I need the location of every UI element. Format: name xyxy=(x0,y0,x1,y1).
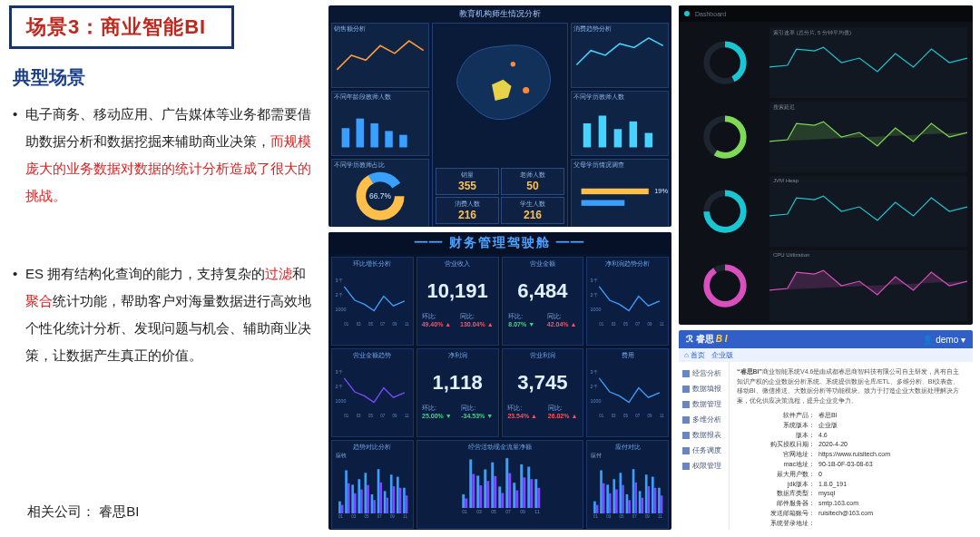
svg-text:03: 03 xyxy=(612,414,616,418)
svg-text:07: 07 xyxy=(377,514,382,519)
svg-text:01: 01 xyxy=(344,322,348,327)
ruisi-note: “睿思BI”商业智能系统V4.6是由成都睿思商智科技有限公司自主研发，具有自主知… xyxy=(737,367,965,405)
svg-rect-87 xyxy=(476,475,479,508)
svg-rect-97 xyxy=(513,483,515,508)
svg-text:01: 01 xyxy=(462,509,467,514)
svg-rect-94 xyxy=(501,493,504,508)
svg-rect-73 xyxy=(397,477,399,513)
svg-rect-126 xyxy=(642,498,644,513)
svg-rect-118 xyxy=(615,490,618,513)
svg-rect-58 xyxy=(348,483,350,513)
svg-rect-128 xyxy=(648,486,651,513)
svg-rect-71 xyxy=(390,474,393,513)
svg-rect-55 xyxy=(338,502,341,513)
slide-title: 场景3：商业智能BI xyxy=(9,5,234,49)
svg-text:2千: 2千 xyxy=(591,384,598,389)
svg-text:01: 01 xyxy=(338,514,343,519)
ruisi-side-item[interactable]: 权限管理 xyxy=(681,458,727,474)
svg-rect-147 xyxy=(682,370,690,377)
svg-text:07: 07 xyxy=(636,414,641,418)
ruisi-user[interactable]: 👤 demo ▾ xyxy=(922,335,965,345)
svg-rect-113 xyxy=(600,470,603,513)
svg-rect-121 xyxy=(626,494,629,513)
monitor-dashboard: Dashboard 索引速率 (总分片, 5 分钟平均值)搜索延迟JVM Hea… xyxy=(679,5,973,325)
svg-rect-57 xyxy=(345,470,348,513)
svg-rect-116 xyxy=(609,493,612,513)
svg-rect-76 xyxy=(406,495,408,513)
svg-text:11: 11 xyxy=(658,514,662,519)
svg-rect-120 xyxy=(622,485,624,513)
svg-rect-66 xyxy=(373,500,376,513)
svg-text:09: 09 xyxy=(648,414,652,418)
finance-tile: 净利润1,118环比:25.00% ▼同比:-34.53% ▼ xyxy=(416,348,499,437)
related-company: 相关公司： 睿思BI xyxy=(27,503,139,521)
svg-text:01: 01 xyxy=(600,414,604,418)
svg-rect-125 xyxy=(639,491,642,513)
svg-text:11: 11 xyxy=(405,414,409,418)
svg-text:07: 07 xyxy=(380,414,385,418)
stat-students: 学生人数216 xyxy=(501,197,564,224)
metric-graph: JVM Heap xyxy=(769,176,967,247)
svg-text:05: 05 xyxy=(620,514,624,519)
svg-rect-13 xyxy=(614,129,622,147)
stat-sales: 销量355 xyxy=(436,168,499,195)
svg-rect-99 xyxy=(520,464,523,508)
svg-rect-70 xyxy=(386,498,388,513)
svg-rect-129 xyxy=(652,477,654,513)
ruisi-side-item[interactable]: 多维分析 xyxy=(681,412,727,427)
svg-text:1000: 1000 xyxy=(591,398,602,404)
svg-rect-101 xyxy=(527,467,530,508)
svg-rect-16 xyxy=(582,189,649,194)
svg-text:2千: 2千 xyxy=(336,384,343,389)
svg-rect-14 xyxy=(630,122,637,148)
metric-graph: 搜索延迟 xyxy=(769,102,967,172)
ruisi-side-item[interactable]: 经营分析 xyxy=(681,366,727,381)
svg-text:3千: 3千 xyxy=(591,278,598,283)
svg-rect-72 xyxy=(393,486,396,513)
svg-rect-93 xyxy=(498,486,501,508)
svg-rect-67 xyxy=(377,469,380,513)
stat-teachers: 老师人数50 xyxy=(501,168,564,195)
ruisi-side-item[interactable]: 任务调度 xyxy=(681,443,727,458)
ruisi-side-item[interactable]: 数据管理 xyxy=(681,396,727,412)
svg-rect-69 xyxy=(384,491,387,513)
bullet-1: • 电子商务、移动应用、广告媒体等业务都需要借助数据分析和数据挖掘来辅助商业决策… xyxy=(13,101,312,210)
ruisi-sidebar: 经营分析数据填报数据管理多维分析数据报表任务调度权限管理 xyxy=(679,362,730,530)
svg-rect-96 xyxy=(508,474,511,508)
svg-rect-60 xyxy=(354,493,357,513)
svg-text:05: 05 xyxy=(368,414,373,418)
metric-graph: 索引速率 (总分片, 5 分钟平均值) xyxy=(769,27,967,98)
finance-title: ━━ 财务管理驾驶舱 ━━ xyxy=(328,232,671,254)
svg-rect-152 xyxy=(682,447,690,454)
finance-tile: 营业收入10,191环比:49.40% ▲同比:130.04% ▲ xyxy=(416,257,499,346)
svg-rect-91 xyxy=(491,463,494,508)
svg-text:01: 01 xyxy=(344,414,348,418)
svg-point-10 xyxy=(511,62,515,66)
svg-text:11: 11 xyxy=(534,509,540,514)
svg-text:09: 09 xyxy=(393,322,397,327)
svg-rect-61 xyxy=(358,479,360,513)
edu-dashboard: 教育机构师生情况分析 销售额分析 不同年龄段教师人数 不同学历教师占比 66.7… xyxy=(328,5,671,227)
finance-tile: 营业利润3,745环比:23.54% ▲同比:26.02% ▲ xyxy=(502,348,584,437)
svg-rect-15 xyxy=(645,132,652,147)
finance-tile: 经营活动现金流量净额010305070911 xyxy=(416,440,584,529)
stat-consumers: 消费人数216 xyxy=(436,197,499,224)
svg-rect-130 xyxy=(654,488,657,513)
ruisi-side-item[interactable]: 数据填报 xyxy=(681,381,727,396)
svg-text:1000: 1000 xyxy=(336,307,347,312)
svg-rect-11 xyxy=(583,123,591,148)
ruisi-side-item[interactable]: 数据报表 xyxy=(681,427,727,443)
ruisi-tab-home[interactable]: ⌂ 首页 企业版 xyxy=(679,348,973,362)
finance-tile: 净利润趋势分析3千2千1000010305070911 xyxy=(586,257,669,346)
svg-text:07: 07 xyxy=(505,509,511,514)
bullet1-text: 电子商务、移动应用、广告媒体等业务都需要借助数据分析和数据挖掘来辅助商业决策， xyxy=(25,106,311,149)
svg-text:05: 05 xyxy=(623,322,628,327)
svg-rect-56 xyxy=(341,505,344,513)
ruisi-panel: ℛ 睿思B I 👤 demo ▾ ⌂ 首页 企业版 经营分析数据填报数据管理多维… xyxy=(679,330,973,530)
svg-rect-112 xyxy=(596,505,599,513)
svg-point-146 xyxy=(707,268,744,305)
svg-rect-1 xyxy=(357,119,364,148)
svg-rect-68 xyxy=(379,483,382,513)
svg-rect-86 xyxy=(472,474,475,508)
svg-text:1000: 1000 xyxy=(336,398,347,404)
